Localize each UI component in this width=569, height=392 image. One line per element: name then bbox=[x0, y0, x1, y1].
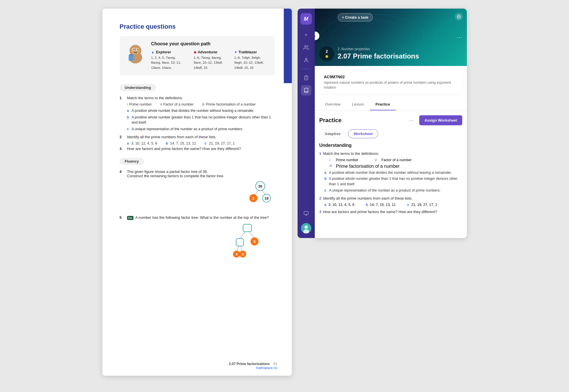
svg-point-2 bbox=[131, 47, 139, 54]
rp-q2-ans-c: c 21, 19, 27, 17, 1 bbox=[407, 203, 437, 207]
create-task-label: + Create a task bbox=[342, 15, 368, 19]
rp-q1-num: 1 bbox=[319, 151, 321, 156]
rp-q1-roman-iii: iii Prime factorisation of a number bbox=[325, 164, 462, 169]
q1-num: 1 bbox=[120, 96, 124, 100]
gear-icon bbox=[457, 15, 461, 19]
svg-point-29 bbox=[304, 46, 306, 48]
svg-point-41 bbox=[319, 46, 334, 61]
chevron-left-icon: › bbox=[315, 34, 316, 38]
q2-ans-b: b 14, 7, 15, 13, 11 bbox=[166, 141, 196, 145]
rp-q1-answers: a A positive whole number that divides t… bbox=[325, 170, 462, 193]
assign-worksheet-button[interactable]: Assign Worksheet bbox=[419, 115, 462, 125]
q1-ans-c: c A unique representation of the number … bbox=[127, 126, 275, 132]
sidebar: M + bbox=[298, 9, 315, 238]
sidebar-book-btn[interactable] bbox=[301, 85, 311, 95]
rp-q2-text-a: 3, 10, 12, 4, 5, 6 bbox=[329, 203, 354, 207]
footer-lesson-name: 2.07 Prime factorisations bbox=[229, 362, 270, 366]
hero-content: 2. Number properties 2.07 Prime factoris… bbox=[338, 47, 453, 60]
svg-text:3: 3 bbox=[326, 56, 327, 58]
diamond-icon: ◆ bbox=[194, 50, 196, 54]
adventurer-label: ◆ Adventurer bbox=[194, 50, 226, 54]
q3-num: 3 bbox=[120, 147, 124, 151]
sidebar-logo[interactable]: M bbox=[300, 13, 312, 25]
sidebar-person-btn[interactable] bbox=[301, 55, 311, 65]
ans-text-a: A positive whole number that divides the… bbox=[132, 108, 255, 114]
svg-text:18: 18 bbox=[264, 196, 268, 200]
rp-q1-roman-items: i Prime number ii Factor of a number bbox=[325, 158, 462, 162]
question-path-box: Choose your question path ▲ Explorer 1, … bbox=[120, 36, 275, 75]
q1-sub-items: i Prime number ii Factor of a number iii… bbox=[127, 102, 275, 106]
svg-point-5 bbox=[133, 49, 134, 50]
sub-label-i: i bbox=[127, 102, 128, 106]
question-path-heading: Choose your question path bbox=[151, 41, 269, 46]
sidebar-monitor-btn[interactable] bbox=[301, 208, 311, 219]
tab-overview[interactable]: Overview bbox=[319, 99, 346, 110]
create-task-button[interactable]: + Create a task bbox=[338, 13, 373, 22]
q1-ans-b: b A positive whole number greater than 1… bbox=[127, 115, 275, 126]
practice-actions: ··· Assign Worksheet bbox=[407, 115, 462, 125]
svg-text:5: 5 bbox=[253, 239, 255, 243]
q4-subtext: Construct the remaining factors to compl… bbox=[127, 174, 224, 178]
q1-answers: a A positive whole number that divides t… bbox=[127, 108, 275, 132]
explorer-label: ▲ Explorer bbox=[151, 50, 186, 54]
ans-label-a: a bbox=[127, 108, 130, 114]
sidebar-add-btn[interactable]: + bbox=[301, 30, 311, 40]
q2-text-c: 21, 19, 27, 17, 1 bbox=[209, 141, 235, 145]
tab-lesson[interactable]: Lesson bbox=[346, 99, 370, 110]
q4-content: The given figure shows a partial factor … bbox=[127, 169, 224, 178]
rp-q2-label-b: b bbox=[366, 203, 369, 207]
q3-text: How are factors and prime factors the sa… bbox=[127, 147, 241, 151]
practice-more-button[interactable]: ··· bbox=[407, 116, 416, 124]
rp-q3-text: How are factors and prime factors the sa… bbox=[323, 210, 437, 214]
sidebar-clipboard-btn[interactable] bbox=[301, 73, 311, 83]
settings-button[interactable] bbox=[455, 13, 463, 21]
svg-point-6 bbox=[137, 49, 138, 50]
rp-ans-text-b: A positive whole number greater than 1 t… bbox=[329, 176, 462, 187]
page-title: Practice questions bbox=[120, 23, 275, 30]
question-3: 3 How are factors and prime factors the … bbox=[120, 147, 275, 151]
q1-text: Match the terms to the definitions: bbox=[127, 96, 183, 100]
q2-label-a: a bbox=[127, 141, 130, 145]
hero-subtitle: 2. Number properties bbox=[338, 47, 453, 51]
page-footer: 2.07 Prime factorisations 81 mathspace.c… bbox=[229, 362, 277, 370]
tab-practice[interactable]: Practice bbox=[370, 99, 396, 110]
svg-rect-22 bbox=[236, 239, 244, 246]
person-icon bbox=[304, 58, 309, 63]
rp-ans-label-a: a bbox=[325, 170, 327, 175]
hero-more-button[interactable]: ··· bbox=[457, 34, 462, 40]
rp-roman-ii: ii bbox=[375, 158, 380, 162]
path-adventurer: ◆ Adventurer 1–6, 7bceg, 8aceg, 9ace, 10… bbox=[194, 50, 226, 70]
rp-q2-num: 2 bbox=[319, 196, 321, 200]
q2-num: 2 bbox=[120, 135, 124, 139]
rp-q2-ans-b: b 14, 7, 15, 13, 11 bbox=[366, 203, 396, 207]
sidebar-group-btn[interactable] bbox=[301, 42, 311, 53]
factor-tree-unknown-svg: 5 3 3 bbox=[232, 222, 263, 259]
rp-understanding-section: Understanding 1 Match the terms to the d… bbox=[319, 143, 462, 214]
q2-ans-c: c 21, 19, 27, 17, 1 bbox=[205, 141, 235, 145]
rp-roman-i-text: Prime number bbox=[336, 158, 359, 162]
svg-rect-19 bbox=[243, 224, 252, 232]
toggle-worksheet[interactable]: Worksheet bbox=[348, 129, 378, 138]
rp-q2-answers: a 3, 10, 12, 4, 5, 6 b 14, 7, 15, 13, 11… bbox=[325, 203, 462, 207]
question-2: 2 Identify all the prime numbers from ea… bbox=[120, 135, 275, 139]
rp-q1-roman-i: i Prime number bbox=[325, 158, 359, 162]
toggle-adaptive[interactable]: Adaptive bbox=[319, 129, 346, 138]
sub-text-iii: Prime factorisation of a number bbox=[206, 102, 256, 106]
q4-text: The given figure shows a partial factor … bbox=[127, 169, 208, 174]
q5-num: 5 bbox=[120, 215, 124, 220]
q2-label-b: b bbox=[166, 141, 169, 145]
fluency-label: Fluency bbox=[120, 158, 144, 165]
q2-text: Identify all the prime numbers from each… bbox=[127, 135, 216, 139]
rp-ans-text-a: A positive whole number that divides the… bbox=[329, 170, 452, 175]
sidebar-avatar[interactable] bbox=[301, 223, 311, 233]
rp-ans-label-c: c bbox=[325, 188, 327, 193]
main-panel: › 2 3 + Create a task 2. Number prop bbox=[315, 9, 467, 238]
group-icon bbox=[303, 45, 309, 50]
page-accent bbox=[284, 9, 292, 83]
q2-ans-a: a 3, 10, 12, 4, 5, 6 bbox=[127, 141, 157, 145]
rp-q2-label-a: a bbox=[325, 203, 327, 207]
footer-site-name: mathspace.co bbox=[229, 366, 277, 370]
rp-roman-i: i bbox=[330, 158, 335, 162]
q2-inline-answers: a 3, 10, 12, 4, 5, 6 b 14, 7, 15, 13, 11… bbox=[127, 141, 275, 145]
paths-row: ▲ Explorer 1, 2, 4, 5, 7aceg, 8aceg, 9ac… bbox=[151, 50, 269, 70]
